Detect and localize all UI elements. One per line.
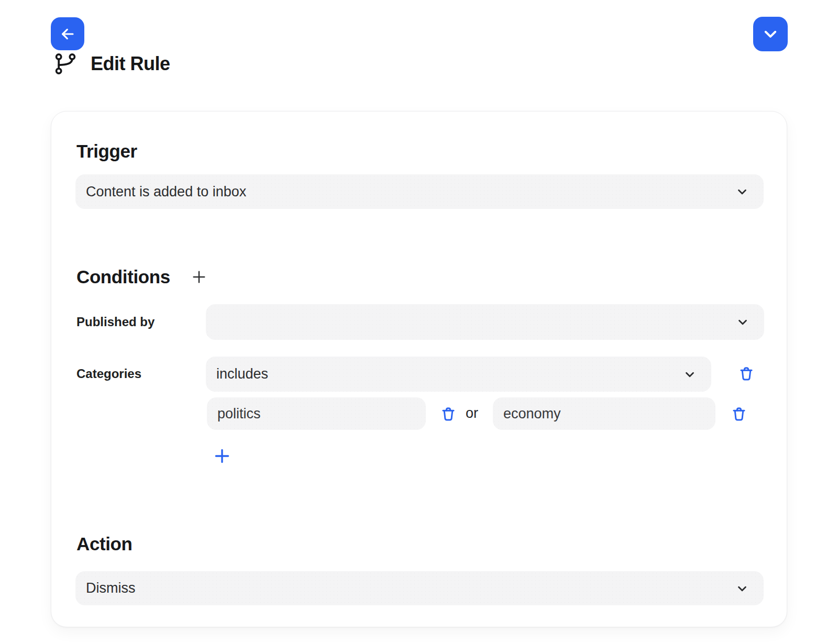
chevron-down-icon [762, 25, 779, 43]
git-branch-icon [54, 52, 77, 76]
trigger-select-value: Content is added to inbox [86, 184, 246, 200]
chevron-down-icon [683, 368, 697, 381]
trigger-select[interactable]: Content is added to inbox [75, 174, 764, 209]
page-title: Edit Rule [91, 52, 170, 75]
chevron-down-icon [736, 315, 749, 329]
conditions-heading-row: Conditions [76, 267, 207, 287]
conditions-heading: Conditions [76, 267, 170, 287]
trash-icon [731, 405, 747, 424]
categories-operator-select[interactable]: includes [206, 357, 711, 392]
category-value-input-second[interactable] [493, 397, 715, 430]
rule-card: Trigger Content is added to inbox Condit… [51, 111, 787, 627]
trash-icon [738, 364, 755, 383]
published-by-select[interactable] [206, 304, 764, 340]
add-condition-button[interactable] [191, 269, 207, 285]
action-select[interactable]: Dismiss [75, 571, 764, 605]
chevron-down-icon [735, 582, 749, 595]
condition-label-categories: Categories [76, 367, 141, 381]
value-joiner-label: or [454, 405, 490, 421]
category-value-input-first[interactable] [207, 397, 426, 430]
action-select-value: Dismiss [86, 580, 136, 596]
page-title-row: Edit Rule [54, 52, 170, 76]
trigger-heading: Trigger [76, 141, 137, 162]
chevron-down-icon [735, 185, 749, 198]
add-value-button[interactable] [211, 445, 234, 468]
delete-condition-button[interactable] [735, 362, 758, 385]
arrow-left-icon [59, 26, 76, 42]
plus-icon [191, 269, 207, 285]
collapse-panel-button[interactable] [753, 17, 788, 51]
categories-operator-value: includes [216, 366, 268, 382]
plus-icon [213, 447, 231, 465]
back-button[interactable] [51, 17, 84, 50]
action-heading: Action [76, 534, 132, 554]
condition-label-published-by: Published by [76, 315, 155, 329]
delete-value-second-button[interactable] [727, 403, 751, 426]
